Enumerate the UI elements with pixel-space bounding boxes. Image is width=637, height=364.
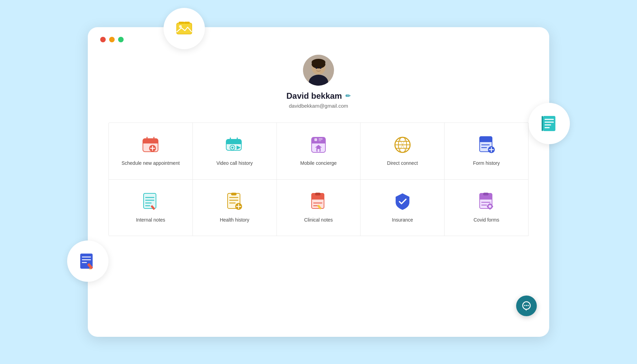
svg-rect-10 xyxy=(542,116,543,131)
svg-rect-49 xyxy=(312,141,325,143)
action-grid: Schedule new appointment Video call hist… xyxy=(108,122,529,236)
notes-icon xyxy=(141,192,160,211)
grid-item-mobile[interactable]: Mobile concierge xyxy=(277,123,361,180)
svg-rect-108 xyxy=(492,206,493,207)
svg-point-20 xyxy=(528,305,529,306)
profile-email: davidbekkam@gmail.com xyxy=(289,103,348,109)
profile-name: David bekkam ✏ xyxy=(286,91,351,101)
svg-point-104 xyxy=(489,205,491,208)
svg-rect-99 xyxy=(480,197,492,200)
svg-point-19 xyxy=(526,305,527,306)
svg-rect-55 xyxy=(317,149,320,152)
float-image-circle xyxy=(164,8,205,49)
main-window: David bekkam ✏ davidbekkam@gmail.com Sch… xyxy=(88,27,549,337)
grid-item-health[interactable]: Health history xyxy=(193,180,277,236)
globe-icon xyxy=(393,135,412,154)
grid-item-clinical[interactable]: Clinical notes xyxy=(277,180,361,236)
svg-rect-4 xyxy=(184,22,190,24)
shield-icon xyxy=(393,192,412,211)
calendar-add-icon xyxy=(141,135,160,154)
svg-rect-50 xyxy=(314,138,317,141)
avatar-image xyxy=(303,55,334,86)
form-plus-icon xyxy=(477,135,496,154)
float-notes-circle xyxy=(529,103,570,144)
svg-rect-0 xyxy=(177,23,192,34)
traffic-lights xyxy=(100,37,124,42)
close-dot[interactable] xyxy=(100,37,106,42)
svg-point-18 xyxy=(524,305,525,306)
clinical-icon xyxy=(309,192,328,211)
image-icon xyxy=(175,20,193,38)
svg-point-26 xyxy=(316,67,317,69)
svg-rect-87 xyxy=(231,193,237,195)
chat-button[interactable] xyxy=(516,296,537,316)
grid-item-internal[interactable]: Internal notes xyxy=(109,180,193,236)
avatar xyxy=(303,55,334,86)
notes-icon xyxy=(540,115,558,132)
grid-item-label-mobile: Mobile concierge xyxy=(300,160,337,167)
maximize-dot[interactable] xyxy=(118,37,124,42)
grid-item-label-covid: Covid forms xyxy=(473,217,499,224)
svg-rect-72 xyxy=(144,193,156,208)
grid-item-label-direct: Direct connect xyxy=(387,160,418,167)
video-call-icon xyxy=(225,135,244,154)
svg-rect-5 xyxy=(543,116,555,131)
profile-section: David bekkam ✏ davidbekkam@gmail.com xyxy=(88,27,549,122)
health-icon xyxy=(225,192,244,211)
grid-item-label-clinical: Clinical notes xyxy=(304,217,333,224)
svg-rect-40 xyxy=(226,142,241,144)
svg-rect-105 xyxy=(489,203,491,205)
grid-item-covid[interactable]: Covid forms xyxy=(445,180,529,236)
chat-icon xyxy=(521,301,532,311)
svg-rect-106 xyxy=(489,208,491,210)
svg-rect-107 xyxy=(487,206,488,207)
svg-rect-51 xyxy=(318,138,323,140)
grid-item-video-call[interactable]: Video call history xyxy=(193,123,277,180)
grid-item-insurance[interactable]: Insurance xyxy=(361,180,445,236)
grid-item-label-video-call: Video call history xyxy=(216,160,253,167)
minimize-dot[interactable] xyxy=(109,37,115,42)
svg-rect-100 xyxy=(483,193,489,195)
grid-item-label-insurance: Insurance xyxy=(392,217,413,224)
svg-rect-31 xyxy=(143,141,158,143)
grid-item-label-health: Health history xyxy=(220,217,249,224)
svg-rect-92 xyxy=(315,193,321,195)
grid-item-label-schedule: Schedule new appointment xyxy=(122,160,180,167)
svg-point-44 xyxy=(231,147,233,149)
edit-icon[interactable]: ✏ xyxy=(345,92,351,100)
svg-rect-52 xyxy=(318,140,321,141)
covid-icon xyxy=(477,192,496,211)
grid-item-label-internal: Internal notes xyxy=(136,217,165,224)
grid-item-direct[interactable]: Direct connect xyxy=(361,123,445,180)
mobile-icon xyxy=(309,135,328,154)
svg-rect-66 xyxy=(480,139,492,142)
notes-pencil-icon xyxy=(79,252,97,270)
grid-item-label-form: Form history xyxy=(473,160,500,167)
svg-rect-3 xyxy=(179,22,184,24)
grid-item-form[interactable]: Form history xyxy=(445,123,529,180)
grid-item-schedule[interactable]: Schedule new appointment xyxy=(109,123,193,180)
name-text: David bekkam xyxy=(286,91,342,101)
svg-rect-91 xyxy=(312,197,324,200)
svg-point-25 xyxy=(312,60,325,68)
svg-point-27 xyxy=(320,67,322,69)
float-notes-pencil-circle xyxy=(67,240,108,282)
